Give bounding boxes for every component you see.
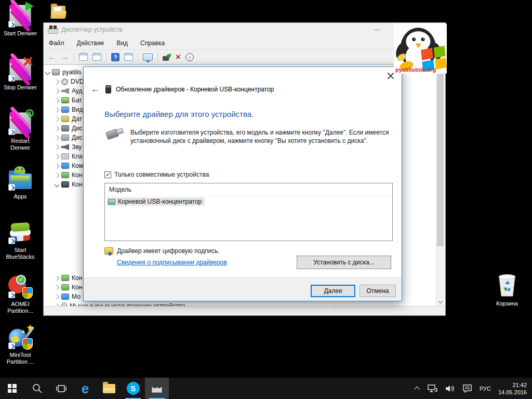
device-manager-icon xyxy=(48,25,58,34)
tree-item-usb-controllers[interactable]: Кон xyxy=(55,180,82,189)
desktop-icon-minitool-partition[interactable]: ★★ MiniTool Partition ... xyxy=(1,325,40,365)
menu-view[interactable]: Вид xyxy=(116,39,128,47)
desktop-icon-label: Restart Denwer xyxy=(1,138,40,151)
desktop-icon-label: Apps xyxy=(14,193,26,200)
chevron-right-icon xyxy=(55,275,60,281)
tree-item-batteries[interactable]: Бат xyxy=(55,96,82,105)
uninstall-device-icon[interactable]: × xyxy=(176,53,181,61)
tree-item-drives[interactable]: Дис xyxy=(55,133,83,142)
file-explorer-icon xyxy=(103,384,115,393)
checkbox-checked-icon[interactable]: ✓ xyxy=(104,171,111,178)
tree-item-storage-controllers[interactable]: Кон xyxy=(55,273,82,283)
tree-item-dvd[interactable]: DVD xyxy=(55,77,84,86)
menu-file[interactable]: Файл xyxy=(49,39,64,47)
skype-button[interactable]: S xyxy=(121,378,145,399)
menu-help[interactable]: Справка xyxy=(140,39,165,47)
cancel-button[interactable]: Отмена xyxy=(360,285,396,297)
desktop-icon-restart-denwer[interactable]: Restart Denwer xyxy=(1,111,40,151)
tree-item-sound[interactable]: Зву xyxy=(55,142,82,152)
tree-item-other-controllers[interactable]: Кон xyxy=(55,283,82,292)
edge-button[interactable]: e xyxy=(73,378,97,399)
dvd-drive-icon xyxy=(61,78,68,85)
tray-time: 21:42 xyxy=(498,381,527,389)
next-button[interactable]: Далее xyxy=(311,285,355,297)
action-pane-icon[interactable] xyxy=(124,53,133,61)
tree-item-keyboards[interactable]: Кла xyxy=(55,152,83,161)
tree-item-disk-devices[interactable]: Дис xyxy=(55,124,83,133)
desktop-folder-icon[interactable] xyxy=(50,4,67,20)
sensor-icon xyxy=(61,116,69,122)
device-manager-taskbar-button[interactable] xyxy=(145,378,169,399)
windows-shield-icon xyxy=(22,287,33,299)
monitor-icon xyxy=(61,294,69,300)
desktop-icon-apps[interactable]: Apps xyxy=(1,166,40,200)
properties-icon[interactable] xyxy=(92,53,101,61)
driver-signing-link[interactable]: Сведения о подписывании драйверов xyxy=(117,259,227,266)
help-icon[interactable]: ? xyxy=(111,53,119,61)
device-manager-titlebar[interactable]: Диспетчер устройств xyxy=(44,23,445,36)
desktop-icon-start-bluestacks[interactable]: Start BlueStacks xyxy=(1,220,40,260)
desktop: Start Denwer Stop Denwer Restart Denwer … xyxy=(0,0,532,399)
tree-item-monitors[interactable]: Мо xyxy=(55,292,81,301)
chevron-down-icon xyxy=(45,70,50,75)
chevron-down-icon xyxy=(55,182,60,187)
language-indicator[interactable]: РУС xyxy=(480,385,491,392)
controller-icon xyxy=(61,284,69,290)
file-explorer-button[interactable] xyxy=(97,378,121,399)
task-view-button[interactable] xyxy=(49,378,73,399)
desktop-icon-label: Start BlueStacks xyxy=(1,247,40,260)
model-listbox[interactable]: Модель Корневой USB-концентратор xyxy=(104,183,393,241)
driver-model-icon xyxy=(108,199,115,205)
tree-item-video[interactable]: Вид xyxy=(55,105,83,114)
have-disk-button[interactable]: Установить с диска... xyxy=(297,256,391,269)
desktop-icon-recycle-bin[interactable]: Корзина xyxy=(490,270,524,307)
list-item-usb-root-hub[interactable]: Корневой USB-концентратор xyxy=(107,197,205,206)
dialog-instructions: Выберите изготовителя устройства, его мо… xyxy=(130,128,396,145)
show-console-icon[interactable] xyxy=(79,53,88,61)
window-title: Диспетчер устройств xyxy=(61,26,122,33)
back-arrow-icon[interactable]: ← xyxy=(91,84,100,95)
tree-item-controllers-ide[interactable]: Кон xyxy=(55,170,82,180)
disable-device-icon[interactable]: ↓ xyxy=(185,53,194,61)
action-center-icon[interactable] xyxy=(462,384,472,393)
chevron-right-icon xyxy=(55,107,60,112)
network-icon[interactable] xyxy=(427,384,437,393)
desktop-icon-start-denwer[interactable]: Start Denwer xyxy=(1,3,40,37)
disk-drive-icon xyxy=(61,125,69,131)
back-icon[interactable]: ← xyxy=(48,53,56,61)
compatible-hardware-checkbox[interactable]: ✓ Только совместимые устройства xyxy=(104,171,209,178)
update-driver-icon[interactable] xyxy=(163,53,171,61)
play-badge-icon xyxy=(25,2,34,11)
search-button[interactable] xyxy=(25,378,49,399)
tree-item-sensors[interactable]: Дат xyxy=(55,114,82,124)
scrollbar[interactable] xyxy=(436,64,444,306)
volume-icon[interactable] xyxy=(445,384,455,393)
forward-icon[interactable]: → xyxy=(61,53,69,61)
shortcut-arrow-icon xyxy=(8,342,15,349)
start-button[interactable] xyxy=(0,378,24,399)
desktop-icon-stop-denwer[interactable]: Stop Denwer xyxy=(1,57,40,91)
minitool-icon: ★★ xyxy=(8,325,33,350)
scroll-down-button[interactable] xyxy=(436,298,444,306)
video-adapter-icon xyxy=(61,107,69,113)
menu-action[interactable]: Действие xyxy=(77,39,104,47)
minimize-button[interactable] xyxy=(370,25,384,34)
desktop-icon-aomei-partition[interactable]: ✓ AOMEI Partition... xyxy=(1,274,40,314)
tray-date: 14.05.2016 xyxy=(498,389,527,396)
chevron-right-icon xyxy=(55,285,60,290)
scrollbar-thumb[interactable] xyxy=(437,70,444,246)
device-manager-icon xyxy=(152,384,162,393)
toolbar: ← → ? × ↓ xyxy=(44,50,445,64)
scan-hardware-icon[interactable] xyxy=(143,54,153,61)
tree-item-computer[interactable]: Ком xyxy=(55,161,83,170)
tree-item-audio[interactable]: Ауд xyxy=(55,86,82,96)
tray-expand-icon[interactable] xyxy=(414,386,420,392)
system-tray: РУС 21:42 14.05.2016 xyxy=(416,378,532,399)
keyboard-icon xyxy=(61,153,69,159)
tree-root[interactable]: pyatilis xyxy=(46,68,82,77)
clock[interactable]: 21:42 14.05.2016 xyxy=(498,381,527,396)
chevron-right-icon xyxy=(55,79,60,84)
list-header: Модель xyxy=(105,183,392,196)
shortcut-arrow-icon xyxy=(8,128,15,135)
stop-badge-icon xyxy=(22,56,33,66)
